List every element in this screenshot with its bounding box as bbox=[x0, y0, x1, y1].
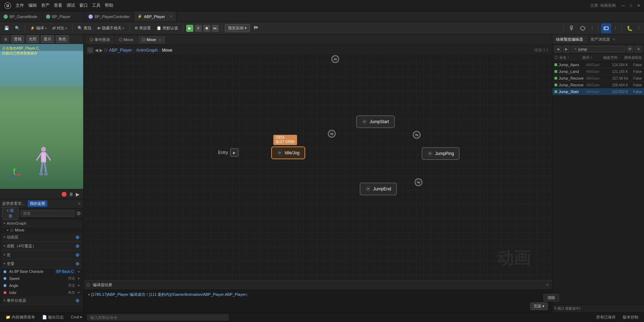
graph-canvas[interactable]: Entry ▶ 100% 激活7.689秒 ⟳ Idle/Jog ⟳ JumpS… bbox=[84, 55, 552, 280]
variables-section[interactable]: ▾ 变量 ⊕ bbox=[1, 259, 82, 268]
breadcrumb-abp-player[interactable]: ABP_Player bbox=[109, 48, 132, 53]
debug-button[interactable]: 🐛 bbox=[625, 23, 634, 33]
filter-button[interactable] bbox=[626, 46, 633, 53]
viewport-show-button[interactable]: 显示 bbox=[41, 35, 54, 43]
breadcrumb-animgraph[interactable]: AnimGraph bbox=[136, 48, 158, 53]
event-dispatchers-section[interactable]: ▾ 事件分发器 ⊕ bbox=[1, 296, 82, 305]
stop-button[interactable]: ⏹ bbox=[203, 25, 210, 32]
animate-button[interactable] bbox=[601, 23, 611, 33]
more-button[interactable]: ⋮ bbox=[589, 25, 595, 31]
menu-window[interactable]: 窗口 bbox=[79, 2, 88, 8]
pause-button[interactable]: ⏸ bbox=[195, 25, 202, 32]
mesh-button[interactable] bbox=[578, 23, 588, 33]
asset-search-box[interactable]: ✕ jump bbox=[571, 46, 625, 52]
settings-right-button[interactable]: ⚙ bbox=[635, 46, 642, 53]
viewport-perspective-button[interactable]: 透视 bbox=[11, 35, 24, 43]
search-clear-icon[interactable]: ✕ bbox=[574, 47, 577, 51]
anim-layer-section[interactable]: ▾ 动画层 ⊕ bbox=[1, 233, 82, 242]
trans-jumpping-to-jumpend[interactable]: ⇆ bbox=[415, 178, 422, 186]
asset-jump-start[interactable]: Jump_Start /All/Gam 123.552 K False bbox=[552, 88, 644, 95]
nav-forward-right-button[interactable]: ▶ bbox=[563, 46, 570, 53]
page-button[interactable]: 页面 ▾ bbox=[530, 303, 548, 310]
tab-gamemode[interactable]: BP_GameMode bbox=[0, 11, 42, 22]
play-button[interactable]: ▶ bbox=[186, 25, 193, 32]
menu-bar[interactable]: 文件 编辑 资产 查看 调试 窗口 工具 帮助 bbox=[16, 2, 113, 8]
add-macro-button[interactable]: ⊕ bbox=[75, 252, 80, 258]
variable-speed[interactable]: Speed 浮点 ▾ bbox=[1, 275, 82, 282]
menu-view[interactable]: 查看 bbox=[54, 2, 62, 8]
cmd-input[interactable] bbox=[87, 314, 229, 321]
diff-button[interactable]: ⇄ 对比 ▾ bbox=[50, 24, 69, 32]
menu-asset[interactable]: 资产 bbox=[41, 2, 50, 8]
tab-player[interactable]: BP_Player bbox=[42, 11, 85, 22]
skeleton-button[interactable] bbox=[566, 23, 576, 33]
maximize-button[interactable]: □ bbox=[628, 3, 633, 8]
source-control-button[interactable]: 版本控制 bbox=[621, 314, 640, 321]
nav-back-button[interactable]: ◀ bbox=[95, 48, 98, 53]
hide-unrelated-button[interactable]: 👁 隐藏不相关 ▾ bbox=[95, 24, 126, 32]
idle-jog-node[interactable]: ⟳ Idle/Jog bbox=[271, 146, 305, 159]
move-tab-2-close[interactable]: ✕ bbox=[159, 38, 161, 42]
nav-forward-button[interactable]: ▶ bbox=[99, 48, 103, 53]
variable-as-bp[interactable]: As BP Base Characte BP Base C ▾ bbox=[1, 268, 82, 275]
output-log-button[interactable]: 📄 输出日志 bbox=[40, 314, 66, 321]
event-graph-tab[interactable]: ⬡ 事件图表 bbox=[86, 36, 114, 44]
anim-graph-section[interactable]: ▾ AnimGraph bbox=[1, 220, 82, 227]
asset-jump-recover-1[interactable]: Jump_Recove /All/Gam 157.98 Kit False bbox=[552, 75, 644, 82]
save-button[interactable]: 💾 bbox=[2, 25, 11, 31]
viewport-angle-button[interactable]: 角色 bbox=[56, 35, 69, 43]
record-button[interactable] bbox=[62, 192, 67, 197]
move-item[interactable]: ▸ ⬡ Move bbox=[1, 227, 82, 233]
close-left-panel-button[interactable]: ✕ bbox=[78, 201, 81, 206]
menu-file[interactable]: 文件 bbox=[16, 2, 24, 8]
minimize-button[interactable]: — bbox=[621, 3, 626, 8]
settings-icon[interactable]: ⚙ bbox=[76, 211, 81, 216]
class-defaults-button[interactable]: 📋 类默认值 bbox=[154, 24, 180, 32]
asset-jump-land[interactable]: Jump_Land /All/Gam 121.165 K False bbox=[552, 68, 644, 75]
add-event-dispatcher-button[interactable]: ⊕ bbox=[75, 298, 80, 303]
debug-more-button[interactable]: ⋮ bbox=[636, 25, 642, 31]
add-anim-layer-button[interactable]: ⊕ bbox=[75, 234, 80, 240]
trans-idle-to-jumpstart[interactable]: ⇆ bbox=[328, 130, 336, 138]
clear-button[interactable]: 清除 bbox=[543, 294, 559, 301]
find-in-blueprints-button[interactable]: 🔍 bbox=[13, 25, 22, 31]
asset-browser-tab[interactable]: 资产浏览器 ✕ bbox=[587, 35, 619, 44]
blueprint-search-input[interactable] bbox=[21, 210, 74, 217]
my-blueprint-tab[interactable]: 我的蓝图 bbox=[28, 200, 47, 207]
skip-button[interactable]: ⏭ bbox=[212, 25, 219, 32]
viewport-lighting-button[interactable]: 光照 bbox=[26, 35, 39, 43]
add-variable-button[interactable]: ⊕ bbox=[75, 261, 80, 266]
trans-jumpend-to-idle[interactable]: ⇆ bbox=[331, 55, 339, 63]
col-size-header[interactable]: 磁盘空间 bbox=[603, 55, 623, 60]
asset-browser-close[interactable]: ✕ bbox=[612, 38, 615, 41]
move-tab-2[interactable]: ⬡ Move ✕ bbox=[138, 36, 165, 44]
pause-preview-button[interactable]: ⏸ bbox=[69, 191, 74, 197]
col-name-header[interactable]: 命名 ↑ bbox=[559, 55, 581, 60]
pose-manager-tab[interactable]: 姿势查看管... bbox=[2, 201, 25, 206]
class-settings-button[interactable]: ⚙ 类设置 bbox=[132, 24, 153, 32]
preview-instance-button[interactable]: 预览实例 ▾ bbox=[225, 24, 250, 32]
menu-help[interactable]: 帮助 bbox=[105, 2, 113, 8]
compile-button[interactable]: ⚡ 编译 ▾ bbox=[28, 24, 49, 32]
move-tab-1[interactable]: ⬡ Move bbox=[115, 36, 137, 44]
forward-preview-button[interactable]: ▶ bbox=[76, 191, 80, 197]
search-button[interactable]: 🔍 查找 bbox=[75, 24, 93, 32]
jump-start-node[interactable]: ⟳ JumpStart bbox=[356, 115, 395, 128]
menu-debug[interactable]: 调试 bbox=[67, 2, 75, 8]
preview-extra-button[interactable]: 🏁 bbox=[251, 25, 261, 31]
trans-jumpstart-to-jumpping[interactable]: ⇆ bbox=[413, 131, 421, 139]
window-controls[interactable]: — □ ✕ bbox=[621, 3, 641, 8]
animate-more-button[interactable]: ⋮ bbox=[612, 25, 619, 31]
save-all-button[interactable]: 所有已保存 bbox=[594, 314, 618, 321]
col-virtual-header[interactable]: 拥有虚拟化 bbox=[624, 55, 642, 60]
variable-inair[interactable]: InAir 布尔 ▾ bbox=[1, 289, 82, 296]
tab-abp-player[interactable]: ⚡ ABP_Player ✕ bbox=[134, 11, 176, 22]
macros-section[interactable]: ▾ 宏 ⊕ bbox=[1, 251, 82, 259]
menu-tools[interactable]: 工具 bbox=[92, 2, 101, 8]
menu-edit[interactable]: 编辑 bbox=[28, 2, 37, 8]
functions-section[interactable]: ▾ 函数（4可覆盖） ⊕ bbox=[1, 242, 82, 251]
add-button[interactable]: + 添加 bbox=[2, 207, 18, 220]
content-browser-button[interactable]: 📁 内容侧滑菜单 bbox=[4, 314, 37, 321]
compiler-close-button[interactable]: ✕ bbox=[546, 283, 549, 287]
viewport-menu-button[interactable]: ≡ bbox=[2, 36, 9, 43]
